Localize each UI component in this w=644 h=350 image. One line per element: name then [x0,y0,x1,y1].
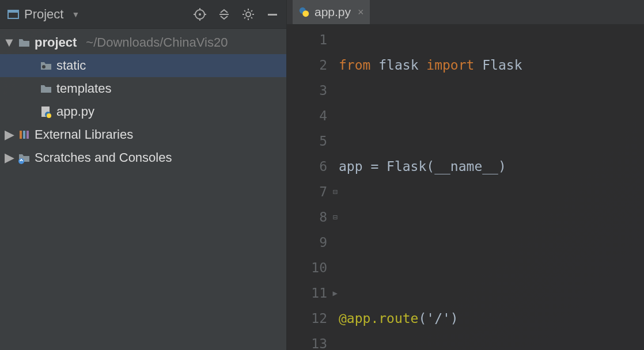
folder-marked-icon [39,59,53,73]
line-number: 7 [287,179,327,204]
project-tree: ▼ project ~/Downloads/ChinaVis20 static … [0,29,286,172]
svg-point-19 [42,65,46,69]
locate-icon[interactable] [193,7,207,21]
line-number: 8 [287,204,327,230]
svg-point-3 [199,13,201,16]
tree-item-label: app.py [56,104,94,119]
line-number: 2 [287,52,327,78]
svg-line-17 [251,10,252,12]
svg-line-15 [251,17,252,18]
svg-rect-18 [268,14,277,16]
project-view-selector[interactable]: Project ▼ [7,7,79,22]
tree-root-project[interactable]: ▼ project ~/Downloads/ChinaVis20 [0,31,286,54]
svg-point-29 [302,10,309,17]
line-number: 3 [287,78,327,103]
editor-tab-bar: app.py × [287,0,644,25]
folder-icon [39,82,53,96]
project-label: Project [24,7,63,22]
tree-item-static[interactable]: static [0,54,286,77]
svg-line-14 [244,10,245,12]
scratches-icon [17,151,31,165]
python-file-icon [39,105,53,119]
fold-end-icon[interactable]: ⊟ [333,204,338,230]
svg-rect-25 [26,131,29,139]
folder-icon [17,36,31,50]
project-header: Project ▼ [0,0,286,29]
tree-external-libraries[interactable]: ▶ External Libraries [0,123,286,146]
tree-item-label: Scratches and Consoles [35,150,172,165]
gear-icon[interactable] [241,7,255,21]
project-name: project [35,35,77,50]
line-number: 9 [287,230,327,255]
chevron-right-icon: ▶ [5,130,14,139]
line-number: 13 [287,331,327,350]
project-icon [7,8,20,21]
fold-icon[interactable]: ⊟ [333,179,338,204]
tree-item-label: static [56,58,86,73]
svg-point-9 [246,12,251,17]
svg-rect-23 [20,131,22,139]
code-editor[interactable]: 1 2 3 4 5 6 7 8 9 10 11 12 13 ⊟ ⊟ ▶ from… [287,25,644,350]
run-gutter-icon[interactable]: ▶ [333,280,338,306]
line-number: 5 [287,128,327,154]
project-path: ~/Downloads/ChinaVis20 [86,35,228,50]
python-file-icon [298,6,310,18]
editor-tab-app-py[interactable]: app.py × [293,0,370,24]
line-number: 1 [287,27,327,52]
line-number: 6 [287,154,327,179]
tree-item-label: templates [56,81,111,96]
chevron-down-icon: ▼ [5,38,14,47]
editor-pane: app.py × 1 2 3 4 5 6 7 8 9 10 11 12 13 ⊟… [287,0,644,350]
line-number: 4 [287,103,327,128]
code-content[interactable]: from flask import Flask app = Flask(__na… [339,25,644,350]
tree-item-app-py[interactable]: app.py [0,100,286,123]
svg-point-22 [47,113,51,118]
tab-filename: app.py [315,5,351,19]
tree-scratches[interactable]: ▶ Scratches and Consoles [0,146,286,169]
line-number: 11 [287,280,327,306]
line-number-gutter: 1 2 3 4 5 6 7 8 9 10 11 12 13 ⊟ ⊟ ▶ [287,25,339,350]
tree-item-templates[interactable]: templates [0,77,286,100]
hide-icon[interactable] [266,7,279,21]
line-number: 10 [287,255,327,280]
project-tool-window: Project ▼ ▼ project ~/Downloads/Ch [0,0,287,350]
chevron-right-icon: ▶ [5,153,14,162]
libraries-icon [17,128,31,142]
expand-all-icon[interactable] [217,7,231,21]
svg-line-16 [244,17,245,18]
line-number: 12 [287,306,327,331]
close-icon[interactable]: × [358,6,364,18]
chevron-down-icon: ▼ [71,10,79,19]
svg-rect-24 [23,131,25,139]
tree-item-label: External Libraries [35,127,133,142]
svg-rect-1 [8,10,18,13]
